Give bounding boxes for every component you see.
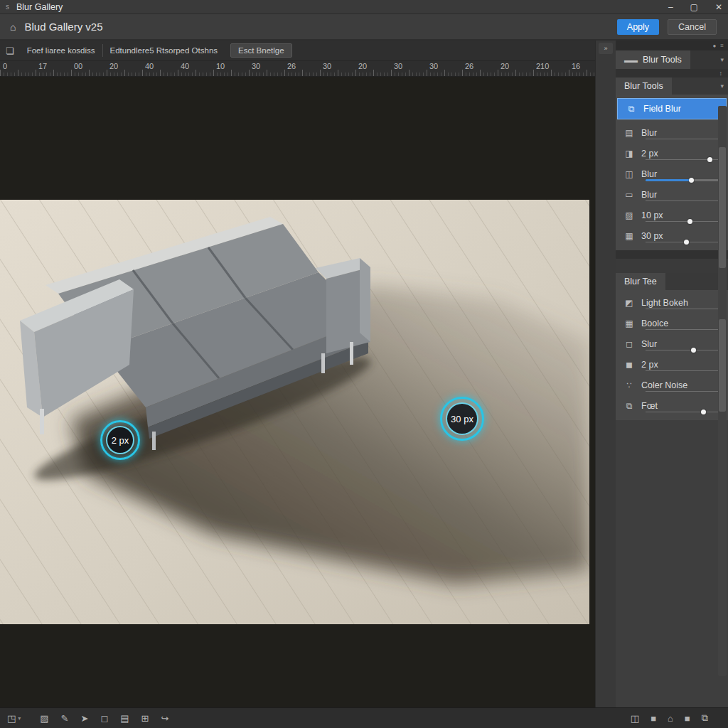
collapse-panel-icon[interactable]: » <box>599 43 613 54</box>
tab-label: Blur Tools <box>643 55 682 65</box>
slider-control[interactable] <box>646 410 719 414</box>
trash-icon[interactable]: ⌂ <box>668 713 673 724</box>
apply-button[interactable]: Apply <box>617 19 659 35</box>
panel-scrollbar[interactable] <box>718 106 727 676</box>
document-image[interactable]: 2 px30 px <box>0 200 589 624</box>
blur-slider-30px-icon: ▦ <box>623 231 636 241</box>
ruler-label: 30 <box>252 62 260 70</box>
blur-slider-active[interactable]: ◫ Blur <box>616 164 728 184</box>
pen-tool-icon[interactable]: ✎ <box>61 713 69 724</box>
panel-spacer: ↕ <box>616 69 728 77</box>
boolce-item[interactable]: ▦ Boolce <box>616 313 728 333</box>
lasso-tool-icon[interactable]: ➤ <box>81 713 89 724</box>
gear-icon[interactable]: ● <box>712 43 716 49</box>
hand-tool-icon[interactable]: ⌂ <box>10 21 16 33</box>
slider-control[interactable] <box>646 219 719 224</box>
options-segment-1[interactable]: Foef liaree kosdiss <box>20 44 102 57</box>
blur-option-1[interactable]: ▤ Blur <box>616 122 728 143</box>
slider-handle[interactable] <box>689 178 694 183</box>
app-bar: ⌂ Blud Gallery v25 Apply Cancel <box>0 14 728 41</box>
ruler-label: 30 <box>323 62 331 70</box>
row-divider <box>646 198 719 203</box>
ruler-label: 17 <box>38 62 47 70</box>
slider-control[interactable] <box>646 240 719 245</box>
blur-slider-30px[interactable]: ▦ 30 px <box>616 225 728 246</box>
blur-slider-10px[interactable]: ▨ 10 px <box>616 205 728 225</box>
drag-handle-icon: ▬▬ <box>624 56 637 64</box>
swatch-icon[interactable]: ■ <box>651 713 656 724</box>
slur-slider[interactable]: ◻ Slur <box>616 333 728 354</box>
px2-item[interactable]: ◼ 2 px <box>616 354 728 375</box>
field-blur-item-icon: ⧉ <box>625 104 638 114</box>
canvas-area[interactable]: 2 px30 px <box>0 77 595 707</box>
fot-slider[interactable]: ⧉ Fœt <box>616 395 728 416</box>
section-header-blur-tee[interactable]: Blur Tee ▾ <box>616 273 728 290</box>
options-segment-2[interactable]: Edtundlere5 Rtsorped Otshns <box>102 44 225 57</box>
export-icon[interactable]: ◫ <box>631 713 639 724</box>
chevron-down-icon[interactable]: ▾ <box>18 715 21 722</box>
slider-control[interactable] <box>646 178 719 183</box>
chevron-down-icon[interactable]: ▾ <box>720 82 728 90</box>
slider-handle[interactable] <box>707 157 712 162</box>
slider-control[interactable] <box>646 348 719 353</box>
slider-control[interactable] <box>646 157 719 162</box>
move-tool-icon[interactable]: ↪ <box>161 713 168 724</box>
stamp-tool-icon[interactable]: ▤ <box>120 713 129 724</box>
resize-icon[interactable]: ↕ <box>719 70 723 77</box>
swatch-icon-2[interactable]: ■ <box>685 713 690 724</box>
ruler-label: 16 <box>572 62 580 70</box>
slider-handle[interactable] <box>691 348 696 353</box>
options-segment-3[interactable]: Esct Bnetlge <box>230 43 292 58</box>
slider-handle[interactable] <box>684 240 689 245</box>
minimize-button[interactable]: – <box>668 1 673 14</box>
menu-icon[interactable]: ≡ <box>720 43 724 49</box>
color-noise-item[interactable]: ∵ Coler Noise <box>616 375 728 395</box>
blur-slider-active-icon: ◫ <box>623 169 636 179</box>
scrollbar-thumb[interactable] <box>719 147 726 268</box>
maximize-button[interactable]: ▢ <box>690 1 698 14</box>
scrollbar-thumb[interactable] <box>719 319 726 412</box>
blur-tools-panel: ●≡ ▬▬ Blur Tools ▾ ↕ Blur Tools ▾ ⧉ Fiel… <box>616 41 728 707</box>
frame-tool-icon[interactable]: ◻ <box>100 713 108 724</box>
chevron-down-icon[interactable]: ▾ <box>720 56 728 63</box>
selection-tool-icon[interactable]: ◳▾ <box>7 713 21 724</box>
panel-spacer-2: + <box>616 250 728 259</box>
ruler-label: 20 <box>109 62 118 70</box>
color-noise-item-icon: ∵ <box>623 380 636 390</box>
blur-slider-2px[interactable]: ◨ 2 px <box>616 143 728 164</box>
blur-option-2-icon: ▭ <box>623 190 636 200</box>
collapsed-section-header[interactable]: ▾ <box>616 259 728 273</box>
grid-tool-icon[interactable]: ⊞ <box>141 713 149 724</box>
ruler-label: 210 <box>536 62 549 70</box>
slider-handle[interactable] <box>701 410 706 414</box>
row-divider <box>646 136 719 141</box>
brush-tool-icon[interactable]: ▨ <box>40 713 48 724</box>
options-bar: ❏ Foef liaree kosdiss Edtundlere5 Rtsorp… <box>0 41 595 61</box>
sofa-scene <box>0 200 589 624</box>
horizontal-ruler: 0170020404010302630203030262021016 <box>0 61 595 77</box>
document-title: Blud Gallery v25 <box>24 21 102 33</box>
blur-pin-30px[interactable]: 30 px <box>440 397 484 441</box>
pin-value-label: 30 px <box>446 402 478 435</box>
close-button[interactable]: ✕ <box>715 1 722 14</box>
boolce-item-icon: ▦ <box>623 318 636 328</box>
slider-handle[interactable] <box>687 219 692 224</box>
blur-slider-10px-icon: ▨ <box>623 210 636 220</box>
ruler-label: 30 <box>429 62 438 70</box>
blur-option-2[interactable]: ▭ Blur <box>616 184 728 205</box>
field-blur-item[interactable]: ⧉ Field Blur <box>617 98 727 119</box>
app-logo-icon: s <box>6 3 9 11</box>
light-bokeh-item[interactable]: ◩ Light Bokeh <box>616 292 728 313</box>
ruler-label: 30 <box>394 62 402 70</box>
options-tool-icon[interactable]: ❏ <box>6 46 14 56</box>
layers-icon[interactable]: ⧉ <box>702 712 708 724</box>
ruler-label: 0 <box>3 62 7 70</box>
ruler-label: 40 <box>181 62 189 70</box>
px2-item-icon: ◼ <box>623 360 636 370</box>
tab-blur-tools[interactable]: ▬▬ Blur Tools <box>616 50 690 69</box>
ruler-label: 40 <box>145 62 154 70</box>
blur-pin-2px[interactable]: 2 px <box>100 420 140 460</box>
panel-gutter: » <box>595 41 616 707</box>
section-header-blur-tools[interactable]: Blur Tools ▾ <box>616 77 728 95</box>
cancel-button[interactable]: Cancel <box>668 19 717 35</box>
